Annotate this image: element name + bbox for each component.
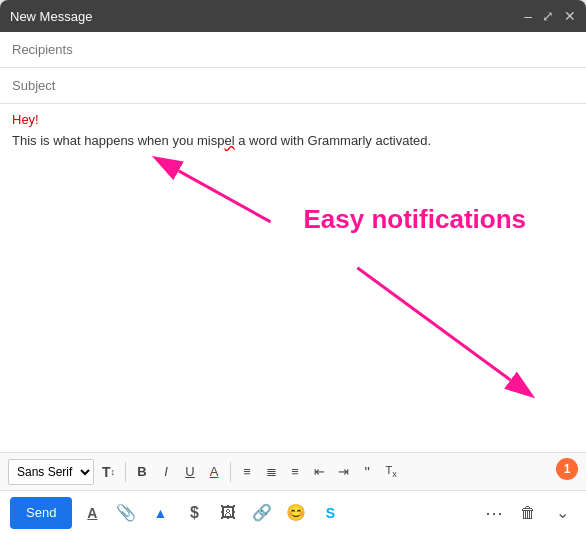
formatting-toolbar: Sans Serif T↕ B I U A ≡ ≣ ≡ ⇤ (0, 452, 586, 490)
bold-button[interactable]: B (132, 459, 152, 485)
italic-icon: I (164, 464, 168, 479)
money-button[interactable]: $ (180, 499, 208, 527)
compose-window: New Message – ⤢ ✕ Hey! This is what happ… (0, 0, 586, 534)
bottom-toolbar: Send A 📎 ▲ $ 🖼 🔗 😊 S ⋯ 🗑 (0, 490, 586, 534)
ordered-list-icon: ≣ (266, 464, 277, 479)
delete-button[interactable]: 🗑 (514, 499, 542, 527)
expand-collapse-button[interactable]: ⌄ (548, 499, 576, 527)
attach-icon: 📎 (116, 503, 136, 522)
attach-file-button[interactable]: 📎 (112, 499, 140, 527)
font-family-select[interactable]: Sans Serif (8, 459, 94, 485)
title-bar: New Message – ⤢ ✕ (0, 0, 586, 32)
title-bar-controls: – ⤢ ✕ (524, 9, 576, 23)
unordered-list-button[interactable]: ≡ (285, 459, 305, 485)
body-greeting: Hey! (12, 112, 574, 127)
subject-row (0, 68, 586, 104)
expand-button[interactable]: ⤢ (542, 9, 554, 23)
window-title: New Message (10, 9, 92, 24)
quote-icon: " (364, 463, 369, 480)
font-color-icon: A (210, 464, 219, 479)
emoji-button[interactable]: 😊 (282, 499, 310, 527)
skype-button[interactable]: S (316, 499, 344, 527)
recipients-input[interactable] (12, 42, 574, 57)
format-text-icon: A (87, 505, 97, 521)
subject-input[interactable] (12, 78, 574, 93)
trash-icon: 🗑 (520, 504, 536, 522)
insert-link-button[interactable]: 🔗 (248, 499, 276, 527)
grammarly-badge-count: 1 (564, 462, 571, 476)
more-options-icon: ⋯ (485, 502, 504, 524)
svg-line-3 (357, 268, 510, 380)
font-size-button[interactable]: T↕ (98, 459, 119, 485)
minimize-button[interactable]: – (524, 9, 532, 23)
align-button[interactable]: ≡ (237, 459, 257, 485)
separator-2 (230, 462, 231, 482)
misspelled-word: el (224, 133, 234, 148)
emoji-icon: 😊 (286, 503, 306, 522)
separator-1 (125, 462, 126, 482)
recipients-row (0, 32, 586, 68)
font-size-icon: T (102, 464, 111, 480)
font-color-button[interactable]: A (204, 459, 224, 485)
indent-less-button[interactable]: ⇤ (309, 459, 329, 485)
money-icon: $ (190, 504, 199, 522)
annotation-layer (0, 104, 586, 452)
ordered-list-button[interactable]: ≣ (261, 459, 281, 485)
quote-button[interactable]: " (357, 459, 377, 485)
send-button[interactable]: Send (10, 497, 72, 529)
clear-format-button[interactable]: Tx (381, 459, 401, 485)
drive-icon: ▲ (153, 505, 167, 521)
body-text-before: This is what happens when you misp (12, 133, 224, 148)
svg-line-2 (179, 171, 271, 222)
indent-more-icon: ⇥ (338, 464, 349, 479)
underline-icon: U (185, 464, 194, 479)
more-options-button[interactable]: ⋯ (480, 499, 508, 527)
format-text-button[interactable]: A (78, 499, 106, 527)
photo-icon: 🖼 (220, 504, 236, 522)
body-text: This is what happens when you mispel a w… (12, 131, 574, 151)
grammarly-badge[interactable]: 1 (556, 458, 578, 480)
chevron-down-icon: ⌄ (556, 503, 569, 522)
unordered-list-icon: ≡ (291, 464, 299, 479)
indent-less-icon: ⇤ (314, 464, 325, 479)
skype-icon: S (326, 505, 335, 521)
align-icon: ≡ (243, 464, 251, 479)
italic-button[interactable]: I (156, 459, 176, 485)
easy-notifications-label: Easy notifications (304, 204, 527, 235)
body-text-after: a word with Grammarly activated. (235, 133, 432, 148)
underline-button[interactable]: U (180, 459, 200, 485)
body-area[interactable]: Hey! This is what happens when you mispe… (0, 104, 586, 452)
google-drive-button[interactable]: ▲ (146, 499, 174, 527)
link-icon: 🔗 (252, 503, 272, 522)
clear-format-icon: Tx (385, 464, 396, 479)
close-button[interactable]: ✕ (564, 9, 576, 23)
bold-icon: B (137, 464, 146, 479)
insert-photo-button[interactable]: 🖼 (214, 499, 242, 527)
indent-more-button[interactable]: ⇥ (333, 459, 353, 485)
